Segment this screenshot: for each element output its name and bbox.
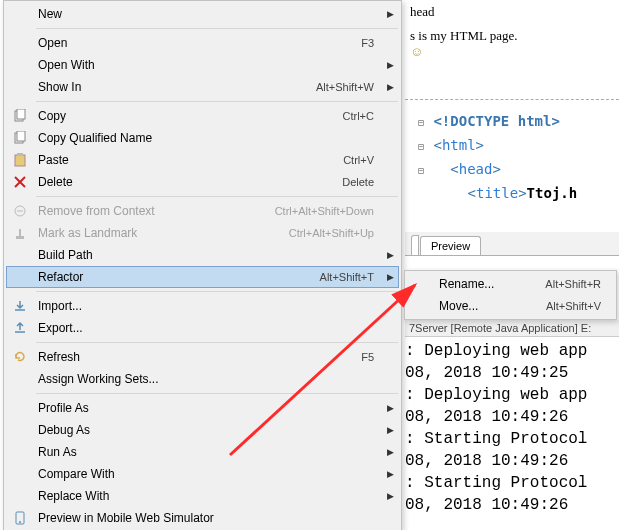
html-preview-area: head s is my HTML page. ☺ xyxy=(405,0,619,100)
svg-rect-1 xyxy=(17,109,25,119)
refactor-submenu: Rename...Alt+Shift+R Move...Alt+Shift+V xyxy=(404,270,617,320)
editor-backdrop: head s is my HTML page. ☺ ⊟ <!DOCTYPE ht… xyxy=(405,0,619,265)
menu-preview-mobile-simulator[interactable]: Preview in Mobile Web Simulator xyxy=(6,507,399,529)
menu-open[interactable]: OpenF3 xyxy=(6,32,399,54)
svg-rect-4 xyxy=(15,155,25,166)
menu-build-path[interactable]: Build Path▶ xyxy=(6,244,399,266)
submenu-move[interactable]: Move...Alt+Shift+V xyxy=(407,295,614,317)
chevron-right-icon: ▶ xyxy=(384,9,396,19)
code-source: ⊟ <!DOCTYPE html> ⊟ <html> ⊟ <head> <tit… xyxy=(405,100,619,205)
chevron-right-icon: ▶ xyxy=(384,403,396,413)
menu-export[interactable]: Export... xyxy=(6,317,399,339)
landmark-icon xyxy=(13,226,27,240)
tab-previous-cut[interactable] xyxy=(411,235,419,255)
menu-compare-with[interactable]: Compare With▶ xyxy=(6,463,399,485)
menu-copy-qualified[interactable]: Copy Qualified Name xyxy=(6,127,399,149)
menu-assign-working-sets[interactable]: Assign Working Sets... xyxy=(6,368,399,390)
preview-text: head xyxy=(410,4,619,20)
menu-mark-as-landmark: Mark as LandmarkCtrl+Alt+Shift+Up xyxy=(6,222,399,244)
svg-point-13 xyxy=(19,521,21,523)
chevron-right-icon: ▶ xyxy=(384,469,396,479)
menu-new[interactable]: New▶ xyxy=(6,3,399,25)
editor-tabs: Preview xyxy=(405,232,619,256)
svg-rect-3 xyxy=(17,131,25,141)
chevron-right-icon: ▶ xyxy=(384,82,396,92)
menu-paste[interactable]: PasteCtrl+V xyxy=(6,149,399,171)
mobile-icon xyxy=(13,511,27,525)
svg-rect-10 xyxy=(16,236,24,239)
menu-refresh[interactable]: RefreshF5 xyxy=(6,346,399,368)
context-menu: New▶ OpenF3 Open With▶ Show InAlt+Shift+… xyxy=(3,0,402,530)
menu-profile-as[interactable]: Profile As▶ xyxy=(6,397,399,419)
svg-rect-11 xyxy=(19,229,21,236)
submenu-rename[interactable]: Rename...Alt+Shift+R xyxy=(407,273,614,295)
console-title: 7Server [Remote Java Application] E: xyxy=(405,320,619,337)
menu-open-with[interactable]: Open With▶ xyxy=(6,54,399,76)
menu-delete[interactable]: DeleteDelete xyxy=(6,171,399,193)
menu-remove-from-context: Remove from ContextCtrl+Alt+Shift+Down xyxy=(6,200,399,222)
menu-show-in[interactable]: Show InAlt+Shift+W▶ xyxy=(6,76,399,98)
menu-run-as[interactable]: Run As▶ xyxy=(6,441,399,463)
menu-debug-as[interactable]: Debug As▶ xyxy=(6,419,399,441)
copy-icon xyxy=(13,131,27,145)
import-icon xyxy=(13,299,27,313)
chevron-right-icon: ▶ xyxy=(384,491,396,501)
delete-icon xyxy=(13,175,27,189)
export-icon xyxy=(13,321,27,335)
menu-refactor[interactable]: RefactorAlt+Shift+T▶ xyxy=(6,266,399,288)
chevron-right-icon: ▶ xyxy=(384,272,396,282)
console-output: : Deploying web app 08, 2018 10:49:25 : … xyxy=(405,340,619,516)
chevron-right-icon: ▶ xyxy=(384,447,396,457)
remove-icon xyxy=(13,204,27,218)
preview-text: s is my HTML page. xyxy=(410,28,619,44)
refresh-icon xyxy=(13,350,27,364)
paste-icon xyxy=(13,153,27,167)
svg-rect-5 xyxy=(17,153,23,156)
chevron-right-icon: ▶ xyxy=(384,60,396,70)
copy-icon xyxy=(13,109,27,123)
tab-preview[interactable]: Preview xyxy=(420,236,481,255)
chevron-right-icon: ▶ xyxy=(384,250,396,260)
menu-import[interactable]: Import... xyxy=(6,295,399,317)
menu-replace-with[interactable]: Replace With▶ xyxy=(6,485,399,507)
chevron-right-icon: ▶ xyxy=(384,425,396,435)
menu-copy[interactable]: CopyCtrl+C xyxy=(6,105,399,127)
